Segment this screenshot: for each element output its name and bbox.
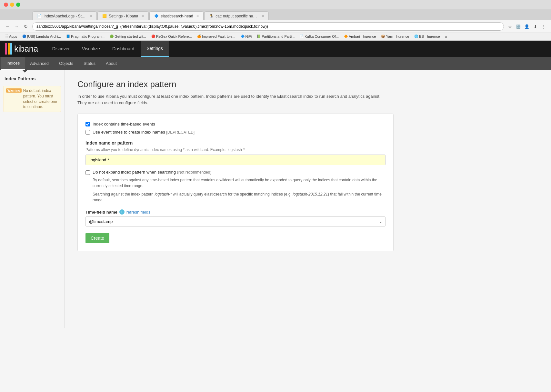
subnav-objects[interactable]: Objects	[54, 57, 78, 70]
bookmark-2[interactable]: 📘 Pragmatic Program...	[65, 34, 106, 39]
eventnames-checkbox[interactable]	[85, 130, 90, 135]
apps-bookmark[interactable]: ⠿ Apps	[4, 34, 18, 39]
logo-box: kibana	[5, 43, 38, 55]
timebased-checkbox[interactable]	[85, 122, 90, 126]
expand-description-2: Searching against the index pattern logs…	[93, 191, 386, 203]
refresh-fields-link[interactable]: refresh fields	[126, 210, 150, 215]
bookmark-favicon-7: 📗	[257, 35, 261, 38]
bookmark-icon[interactable]: ☆	[506, 23, 514, 30]
user-icon[interactable]: 👤	[523, 23, 530, 30]
timefield-section: Time-field name i refresh fields @timest…	[85, 209, 386, 226]
title-bar	[0, 0, 551, 9]
bookmark-1[interactable]: 🔵 [USI] Lambda-Archi...	[21, 34, 62, 39]
timefield-select[interactable]: @timestamp	[85, 216, 386, 226]
tab-title-3: elasticsearch-head	[161, 14, 193, 18]
back-button[interactable]: ←	[4, 23, 12, 30]
warning-badge: Warning	[6, 88, 22, 93]
forward-button[interactable]: →	[13, 23, 21, 30]
bookmark-favicon-11: 🌐	[414, 35, 418, 38]
page-title: Configure an index pattern	[77, 79, 538, 89]
eventnames-label[interactable]: Use event times to create index names [D…	[93, 130, 195, 135]
browser-tab-2[interactable]: 🟨 Settings - Kibana ×	[97, 11, 149, 20]
bookmark-9[interactable]: 🔶 Ambari - hurence	[343, 34, 377, 39]
close-window-button[interactable]	[4, 3, 8, 7]
minimize-window-button[interactable]	[10, 3, 14, 7]
bookmark-label-9: Ambari - hurence	[349, 35, 376, 38]
tab-close-2[interactable]: ×	[141, 14, 144, 18]
more-icon[interactable]: ⋮	[540, 23, 547, 30]
deprecated-label: [DEPRECATED]	[166, 130, 195, 135]
logo-bar-yellow	[8, 43, 10, 55]
subnav-status[interactable]: Status	[78, 57, 101, 70]
logo-bar-pink	[5, 43, 7, 55]
kibana-logo-text: kibana	[14, 44, 38, 54]
url-input[interactable]	[32, 22, 504, 31]
bookmark-label-11: ES - hurence	[419, 35, 440, 38]
bookmark-10[interactable]: 📦 Yarn - hurence	[380, 34, 410, 39]
bookmark-7[interactable]: 📗 Partitions and Parti...	[255, 34, 296, 39]
bookmarks-more-button[interactable]: »	[444, 34, 449, 39]
index-pattern-input[interactable]	[85, 155, 386, 165]
subnav-about[interactable]: About	[101, 57, 122, 70]
tab-title-1: IndexApacheLogs - Streaming...	[44, 14, 86, 18]
main-layout: Index Patterns Warning No default index …	[0, 70, 551, 328]
bookmark-label-1: [USI] Lambda-Archi...	[27, 35, 61, 38]
browser-tab-bar: 📄 IndexApacheLogs - Streaming... × 🟨 Set…	[0, 9, 551, 20]
bookmark-label-4: ReGex Quick Refere...	[156, 35, 192, 38]
bookmark-favicon-9: 🔶	[344, 35, 348, 38]
bookmark-8[interactable]: 📄 Kafka Consumer Of...	[298, 34, 340, 39]
tab-favicon-3: 🔷	[154, 14, 159, 18]
timefield-label-text: Time-field name	[85, 210, 117, 215]
bookmark-label-7: Partitions and Parti...	[262, 35, 295, 38]
bookmark-label-8: Kafka Consumer Of...	[305, 35, 339, 38]
subnav-advanced[interactable]: Advanced	[25, 57, 54, 70]
bookmark-favicon-5: 🍊	[197, 35, 201, 38]
tab-close-1[interactable]: ×	[89, 14, 92, 18]
noexpand-checkbox[interactable]	[85, 170, 90, 175]
tab-title-2: Settings - Kibana	[109, 14, 138, 18]
tab-close-4[interactable]: ×	[262, 14, 264, 18]
bookmark-11[interactable]: 🌐 ES - hurence	[413, 34, 441, 39]
expand-checkbox-label[interactable]: Do not expand index pattern when searchi…	[93, 170, 211, 175]
nav-discover[interactable]: Discover	[46, 41, 75, 57]
browser-chrome: 📄 IndexApacheLogs - Streaming... × 🟨 Set…	[0, 0, 551, 41]
bookmark-label-2: Pragmatic Program...	[71, 35, 105, 38]
browser-tab-3[interactable]: 🔷 elasticsearch-head ×	[149, 11, 204, 20]
logo-bar-blue	[10, 43, 12, 55]
bookmark-label-3: Getting started wit...	[115, 35, 146, 38]
tab-title-4: cat: output specific number o...	[215, 14, 258, 18]
subnav-indices[interactable]: Indices	[1, 57, 25, 70]
timebased-checkbox-row: Index contains time-based events	[85, 122, 386, 126]
index-pattern-hint: Patterns allow you to define dynamic ind…	[85, 147, 386, 152]
download-icon[interactable]: ⬇	[532, 23, 539, 30]
bookmark-4[interactable]: 🔴 ReGex Quick Refere...	[150, 34, 193, 39]
kibana-main-nav: Discover Visualize Dashboard Settings	[46, 41, 169, 57]
extensions-icon[interactable]: 🔠	[515, 23, 522, 30]
settings-subnav: Indices Advanced Objects Status About	[0, 57, 551, 70]
bookmark-favicon-3: 🟢	[110, 35, 114, 38]
apps-grid-icon: ⠿	[5, 34, 8, 39]
bookmarks-bar: ⠿ Apps 🔵 [USI] Lambda-Archi... 📘 Pragmat…	[0, 33, 551, 40]
nav-dashboard[interactable]: Dashboard	[106, 41, 140, 57]
nav-visualize[interactable]: Visualize	[76, 41, 106, 57]
tab-favicon-1: 📄	[37, 14, 42, 18]
sidebar-warning: Warning No default index pattern. You mu…	[3, 86, 61, 112]
page-description: In order to use Kibana you must configur…	[77, 93, 387, 106]
timebased-label[interactable]: Index contains time-based events	[93, 122, 155, 126]
bookmark-favicon-8: 📄	[300, 35, 304, 38]
create-button[interactable]: Create	[85, 233, 109, 243]
browser-tab-4[interactable]: 🐧 cat: output specific number o... ×	[204, 11, 269, 20]
info-icon[interactable]: i	[119, 209, 125, 215]
maximize-window-button[interactable]	[16, 3, 20, 7]
bookmark-6[interactable]: 🔷 NiFi	[239, 34, 253, 39]
sidebar-title: Index Patterns	[0, 74, 64, 84]
address-bar: ← → ↻ ☆ 🔠 👤 ⬇ ⋮	[0, 20, 551, 33]
reload-button[interactable]: ↻	[22, 23, 30, 30]
bookmark-5[interactable]: 🍊 Improved Fault-tole...	[196, 34, 237, 39]
bookmark-label-5: Improved Fault-tole...	[202, 35, 235, 38]
tab-close-3[interactable]: ×	[196, 14, 199, 18]
nav-settings[interactable]: Settings	[141, 41, 169, 57]
tab-favicon-4: 🐧	[209, 14, 214, 18]
browser-tab-1[interactable]: 📄 IndexApacheLogs - Streaming... ×	[32, 11, 97, 20]
bookmark-3[interactable]: 🟢 Getting started wit...	[108, 34, 147, 39]
